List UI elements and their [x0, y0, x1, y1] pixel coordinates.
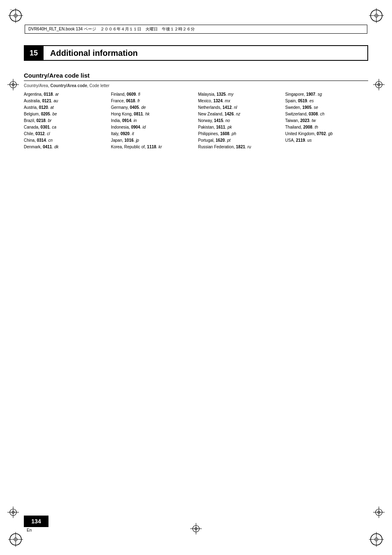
list-item: Mexico, 1324. mx: [198, 98, 281, 104]
page: DVR640H_RLT_EN.book 134 ページ ２００６年４月１１日 火…: [0, 0, 392, 555]
list-item: Netherlands, 1412. nl: [198, 104, 281, 111]
section-title: Country/Area code list: [24, 72, 368, 81]
country-grid: Argentina, 0118. ar Australia, 0121. au …: [24, 91, 368, 150]
list-item: China, 0314. cn: [24, 137, 107, 144]
country-column-1: Argentina, 0118. ar Australia, 0121. au …: [24, 91, 107, 150]
page-language: En: [27, 528, 32, 532]
list-item: United Kingdom, 0702. gb: [285, 131, 368, 137]
list-item: Korea, Republic of, 1118. kr: [111, 144, 194, 150]
corner-bl-decoration: [8, 532, 23, 547]
list-item: Thailand, 2008. th: [285, 124, 368, 131]
list-item: Sweden, 1905. se: [285, 104, 368, 111]
list-item: Norway, 1415. no: [198, 117, 281, 124]
header-japanese-text: DVR640H_RLT_EN.book 134 ページ ２００６年４月１１日 火…: [28, 26, 195, 32]
list-item: Russian Federation, 1821. ru: [198, 144, 281, 150]
country-column-3: Malaysia, 1325. my Mexico, 1324. mx Neth…: [198, 91, 281, 150]
country-column-2: Finland, 0609. fi France, 0618. fr Germa…: [111, 91, 194, 150]
corner-tr-decoration: [369, 8, 384, 23]
list-item: Chile, 0312. cl: [24, 131, 107, 137]
list-item: Canada, 0301. ca: [24, 124, 107, 131]
crosshair-right-top: [373, 79, 385, 90]
list-item: Italy, 0920. it: [111, 131, 194, 137]
list-item: New Zealand, 1426. nz: [198, 111, 281, 117]
corner-tl-decoration: [8, 8, 23, 23]
list-item: USA, 2119. us: [285, 137, 368, 144]
corner-br-decoration: [369, 532, 384, 547]
list-item: Philippines, 1608. ph: [198, 131, 281, 137]
list-item: Germany, 0405. de: [111, 104, 194, 111]
list-item: Belgium, 0205. be: [24, 111, 107, 117]
list-item: Taiwan, 2023. tw: [285, 117, 368, 124]
crosshair-right-bottom: [373, 507, 385, 518]
chapter-header: 15 Additional information: [24, 45, 368, 61]
list-item: India, 0914. in: [111, 117, 194, 124]
list-item: Portugal, 1620. pt: [198, 137, 281, 144]
crosshair-bottom-center: [190, 523, 202, 534]
chapter-number: 15: [24, 45, 44, 61]
header-bar: DVR640H_RLT_EN.book 134 ページ ２００６年４月１１日 火…: [25, 25, 367, 34]
list-item: Malaysia, 1325. my: [198, 91, 281, 98]
list-item: Japan, 1016. jp: [111, 137, 194, 144]
list-item: Denmark, 0411. dk: [24, 144, 107, 150]
content-area: Country/Area code list Country/Area, Cou…: [24, 72, 368, 150]
list-item: Hong Kong, 0811. hk: [111, 111, 194, 117]
list-item: Argentina, 0118. ar: [24, 91, 107, 98]
list-item: Switzerland, 0308. ch: [285, 111, 368, 117]
list-item: Austria, 0120. at: [24, 104, 107, 111]
list-item: France, 0618. fr: [111, 98, 194, 104]
chapter-title-box: Additional information: [44, 45, 368, 61]
crosshair-left-bottom: [7, 507, 19, 518]
chapter-title: Additional information: [50, 48, 138, 58]
column-headers: Country/Area, Country/Area code, Code le…: [24, 83, 368, 88]
page-number-badge: 134: [24, 516, 48, 527]
crosshair-left-top: [7, 79, 19, 90]
list-item: Pakistan, 1611. pk: [198, 124, 281, 131]
list-item: Singapore, 1907. sg: [285, 91, 368, 98]
list-item: Spain, 0519. es: [285, 98, 368, 104]
country-column-4: Singapore, 1907. sg Spain, 0519. es Swed…: [285, 91, 368, 150]
list-item: Australia, 0121. au: [24, 98, 107, 104]
list-item: Indonesia, 0904. id: [111, 124, 194, 131]
list-item: Finland, 0609. fi: [111, 91, 194, 98]
page-number: 134: [31, 518, 41, 525]
list-item: Brazil, 0218. br: [24, 117, 107, 124]
